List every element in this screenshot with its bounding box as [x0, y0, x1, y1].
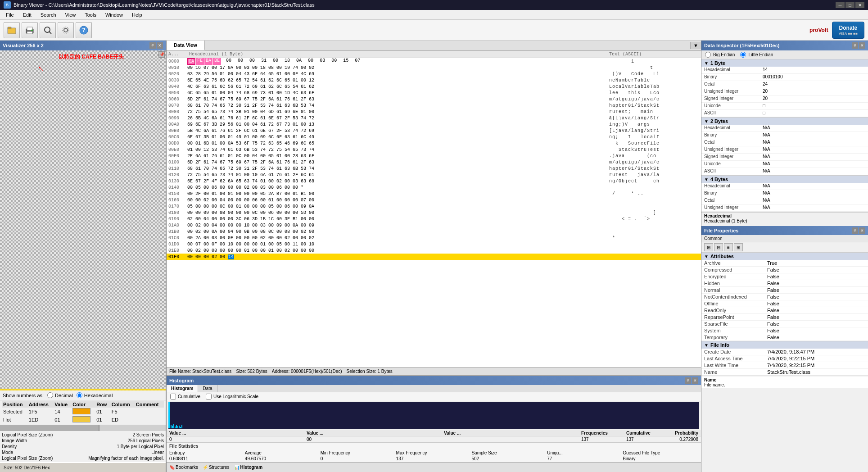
hex-row-01A0[interactable]: 01A000 02 00 04 00 00 00 10 00 03 00 09 … [167, 222, 701, 228]
menu-search[interactable]: Search [36, 11, 60, 19]
close-button[interactable]: ✕ [855, 2, 864, 8]
one-byte-header[interactable]: ▼ 1 Byte [701, 59, 868, 67]
hex-row-00E0[interactable]: 00E001 00 12 53 74 61 63 6B 53 74 72 75 … [167, 146, 701, 153]
hex-row-0020[interactable]: 002003 28 29 56 01 00 04 43 6F 64 65 01 … [167, 71, 701, 77]
hex-row-0180[interactable]: 018000 00 09 00 0B 00 00 00 0C 00 06 00 … [167, 209, 701, 216]
help-button[interactable]: ? [76, 22, 92, 38]
props-icon-btn-3[interactable]: ≡ [724, 243, 733, 251]
hex-row-00C0[interactable]: 00C06E 67 3B 01 00 01 49 01 00 09 6C 6F … [167, 134, 701, 140]
hex-row-01B0[interactable]: 01B000 02 00 0A 00 04 00 0B 00 08 0C 00 … [167, 228, 701, 235]
file-properties-controls[interactable]: # ✕ [852, 227, 865, 234]
log-scale-checkbox[interactable] [206, 394, 212, 399]
settings-button[interactable] [58, 22, 74, 38]
inspector-pin-button[interactable]: # [852, 42, 858, 49]
minimize-button[interactable]: ─ [836, 2, 845, 8]
hex-row-0110[interactable]: 011068 61 70 74 65 72 30 31 2F 53 74 61 … [167, 165, 701, 172]
hex-content[interactable]: 0000 CAFEBABE 00 00 00 31 00 18 0A 00 03… [167, 58, 701, 367]
props-icon-btn-2[interactable]: ⊟ [714, 243, 723, 251]
visualizer-expand-icon[interactable]: 📌 [158, 51, 165, 58]
hex-row-01D0[interactable]: 01D000 07 00 0F 00 10 00 00 00 01 00 05 … [167, 241, 701, 247]
hexadecimal-radio[interactable] [77, 392, 82, 398]
tab-dropdown-arrow[interactable]: ▼ [690, 42, 701, 49]
hex-row-00A0[interactable]: 00A069 6E 67 3B 29 56 01 00 04 61 72 67 … [167, 121, 701, 127]
visualizer-controls[interactable]: # ✕ [149, 42, 163, 49]
props-close-button[interactable]: ✕ [859, 227, 865, 234]
hexadecimal-radio-label[interactable]: Hexadecimal [76, 392, 113, 398]
hex-row-0120[interactable]: 012072 75 54 65 73 74 01 00 10 6A 61 76 … [167, 172, 701, 178]
hex-row-0140[interactable]: 014000 05 00 06 00 00 00 02 00 03 00 06 … [167, 184, 701, 191]
hscroll-thumb[interactable] [0, 425, 99, 431]
hex-row-0190[interactable]: 019002 00 04 00 00 00 3C 06 3D 1B 1C 60 … [167, 216, 701, 222]
hex-row-00D0[interactable]: 00D000 01 6B 01 00 0A 53 6F 75 72 63 65 … [167, 140, 701, 146]
attributes-header[interactable]: ▼ Attributes [701, 253, 868, 260]
search-button[interactable] [40, 22, 56, 38]
cumulative-checkbox[interactable] [170, 394, 176, 399]
donate-button[interactable]: Donate VISA ■■ ■■ [832, 22, 864, 39]
hex-row-0000[interactable]: 0000 CAFEBABE 00 00 00 31 00 18 0A 00 03… [167, 58, 701, 64]
hex-row-0030[interactable]: 00306E 65 4E 75 6D 62 65 72 54 61 62 6C … [167, 77, 701, 83]
menu-edit[interactable]: Edit [19, 11, 36, 19]
inspector-controls[interactable]: # ✕ [852, 42, 865, 49]
hex-row-0080[interactable]: 008072 75 54 65 73 74 3B 01 00 04 6D 61 … [167, 109, 701, 115]
structures-tab[interactable]: ⚡ Structures [203, 465, 230, 470]
menu-tools[interactable]: Tools [81, 11, 100, 19]
histogram-pin-button[interactable]: # [685, 377, 691, 384]
little-endian-radio[interactable] [740, 52, 746, 58]
maximize-button[interactable]: □ [845, 2, 854, 8]
four-bytes-header[interactable]: ▼ 4 Bytes [701, 176, 868, 183]
byte-BA[interactable]: BA [204, 58, 212, 65]
hex-row-0010[interactable]: 001000 16 07 00 17 0A 00 03 00 18 08 00 … [167, 64, 701, 71]
visualizer-pin-button[interactable]: # [149, 42, 156, 49]
decimal-radio-label[interactable]: Decimal [46, 392, 73, 398]
hex-row-0050[interactable]: 00506C 65 65 01 00 04 74 68 69 73 01 00 … [167, 90, 701, 96]
menu-window[interactable]: Window [101, 11, 127, 19]
hex-row-0060[interactable]: 00606D 2F 61 74 67 75 69 67 75 2F 6A 61 … [167, 96, 701, 102]
menu-file[interactable]: File [2, 11, 18, 19]
inspector-close-button[interactable]: ✕ [859, 42, 865, 49]
bookmarks-tab[interactable]: 🔖 Bookmarks [169, 465, 198, 470]
file-info-header[interactable]: ▼ File Info [701, 341, 868, 349]
histogram-controls[interactable]: # ✕ [685, 377, 698, 384]
data-view-tab[interactable]: Data View [167, 41, 205, 50]
hex-row-0160[interactable]: 016000 00 02 00 04 00 00 00 06 00 01 00 … [167, 197, 701, 203]
data-tab[interactable]: Data [198, 385, 217, 392]
hex-row-0170[interactable]: 017005 00 00 00 0C 00 01 00 00 00 05 00 … [167, 203, 701, 209]
hex-row-01F0[interactable]: 01F0 00 00 00 02 00 14 [167, 254, 701, 260]
menu-help[interactable]: Help [128, 11, 146, 19]
hex-row-01C0[interactable]: 01C000 2A 00 03 00 0E 00 00 00 02 00 00 … [167, 235, 701, 241]
big-endian-radio[interactable] [705, 52, 711, 58]
open-button[interactable] [4, 22, 20, 38]
hex-row-01E0[interactable]: 01E000 02 00 08 00 00 00 01 00 00 01 00 … [167, 247, 701, 254]
hex-row-00F0[interactable]: 00F02E 6A 61 76 61 01 0C 00 04 00 05 01 … [167, 153, 701, 159]
bottom-info-row-1: Logical Pixel Size (Zoom) 2 Screen Pixel… [2, 432, 164, 438]
props-icon-btn-1[interactable]: ⊞ [704, 243, 713, 251]
hex-row-00B0[interactable]: 00B05B 4C 6A 61 76 61 2F 6C 61 6E 67 2F … [167, 127, 701, 134]
visualizer-overlay-controls[interactable]: 📌 [158, 51, 165, 58]
window-controls[interactable]: ─ □ ✕ [836, 2, 864, 8]
hex-row-0090[interactable]: 009026 5B 4C 6A 61 76 61 2F 6C 61 6E 67 … [167, 115, 701, 121]
big-endian-label[interactable]: Big Endian [704, 52, 735, 58]
print-button[interactable] [22, 22, 38, 38]
log-scale-option[interactable]: Use Logarithmic Scale [205, 394, 258, 399]
visualizer-hscrollbar[interactable] [0, 425, 166, 431]
props-icon-btn-4[interactable]: ⊞ [734, 243, 743, 251]
cumulative-option[interactable]: Cumulative [169, 394, 200, 399]
byte-CA[interactable]: CA [187, 58, 195, 65]
histogram-tab[interactable]: Histogram [167, 385, 198, 392]
byte-BE[interactable]: BE [213, 58, 221, 65]
hex-row-0150[interactable]: 015000 2F 00 01 00 01 00 00 00 05 2A B7 … [167, 191, 701, 197]
hex-row-0100[interactable]: 01006D 2F 61 74 67 75 69 67 75 2F 6A 61 … [167, 159, 701, 165]
props-toolbar: ⊞ ⊟ ≡ ⊞ [701, 242, 868, 253]
hex-row-0070[interactable]: 007068 61 70 74 65 72 30 31 2F 53 74 61 … [167, 102, 701, 109]
props-pin-button[interactable]: # [852, 227, 858, 234]
byte-FE[interactable]: FE [196, 58, 204, 65]
hex-row-0040[interactable]: 00404C 6F 63 61 6C 56 61 72 69 61 62 6C … [167, 83, 701, 90]
two-bytes-header[interactable]: ▼ 2 Bytes [701, 118, 868, 125]
menu-view[interactable]: View [61, 11, 80, 19]
hex-row-0130[interactable]: 01306E 67 2F 4F 62 6A 65 63 74 01 00 02 … [167, 178, 701, 184]
visualizer-close-button[interactable]: ✕ [157, 42, 163, 49]
histogram-bottom-tab[interactable]: 📊 Histogram [234, 465, 262, 470]
histogram-close-button[interactable]: ✕ [692, 377, 698, 384]
little-endian-label[interactable]: Little Endian [739, 52, 773, 58]
decimal-radio[interactable] [47, 392, 53, 398]
